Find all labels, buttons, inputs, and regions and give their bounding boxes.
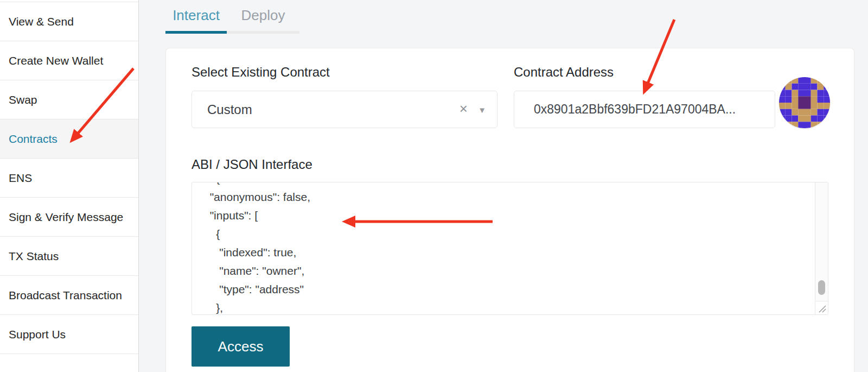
sidebar-item-broadcast-transaction[interactable]: Broadcast Transaction <box>0 276 138 315</box>
access-button[interactable]: Access <box>192 326 290 367</box>
abi-json-interface-label: ABI / JSON Interface <box>192 157 312 172</box>
tab-deploy[interactable]: Deploy <box>227 3 299 28</box>
chevron-down-icon[interactable]: ▼ <box>478 91 486 128</box>
tab-deploy-underline <box>227 31 299 34</box>
sidebar-item-sign-verify-message[interactable]: Sign & Verify Message <box>0 198 138 237</box>
address-identicon-avatar <box>779 77 830 128</box>
sidebar-item-support-us[interactable]: Support Us <box>0 315 138 354</box>
contracts-page: View & Send Create New Wallet Swap Contr… <box>0 0 868 372</box>
sidebar-item-ens[interactable]: ENS <box>0 159 138 198</box>
resize-handle-icon <box>817 304 826 313</box>
sidebar-item-tx-status[interactable]: TX Status <box>0 237 138 276</box>
sidebar-item-view-send[interactable]: View & Send <box>0 2 138 41</box>
abi-textarea[interactable]: { "anonymous": false, "inputs": [ { "ind… <box>192 182 828 315</box>
existing-contract-select[interactable]: Custom × ▼ <box>192 91 497 128</box>
contract-address-input[interactable]: 0x8901a2Bbf639bFD21A97004BA... <box>514 91 775 128</box>
clear-icon[interactable]: × <box>459 91 468 128</box>
sidebar-list: View & Send Create New Wallet Swap Contr… <box>0 2 138 354</box>
tab-interact[interactable]: Interact <box>165 3 227 28</box>
abi-scrollbar-track[interactable] <box>815 182 828 300</box>
interact-panel: Select Existing Contract Custom × ▼ Cont… <box>165 48 854 372</box>
select-existing-contract-label: Select Existing Contract <box>192 65 330 80</box>
tab-interact-underline <box>165 31 227 34</box>
sidebar-item-contracts[interactable]: Contracts <box>0 119 138 159</box>
sidebar-item-swap[interactable]: Swap <box>0 80 138 119</box>
contract-address-label: Contract Address <box>514 65 614 80</box>
selected-contract-value: Custom <box>207 91 252 128</box>
resize-handle[interactable] <box>815 301 828 314</box>
abi-text-content: { "anonymous": false, "inputs": [ { "ind… <box>192 182 814 314</box>
identicon-grid <box>779 77 830 128</box>
contract-address-value: 0x8901a2Bbf639bFD21A97004BA... <box>534 91 736 128</box>
abi-scrollbar-thumb[interactable] <box>818 280 825 295</box>
abi-text-viewport: { "anonymous": false, "inputs": [ { "ind… <box>192 182 814 314</box>
sidebar: View & Send Create New Wallet Swap Contr… <box>0 0 139 372</box>
sidebar-item-create-new-wallet[interactable]: Create New Wallet <box>0 41 138 80</box>
